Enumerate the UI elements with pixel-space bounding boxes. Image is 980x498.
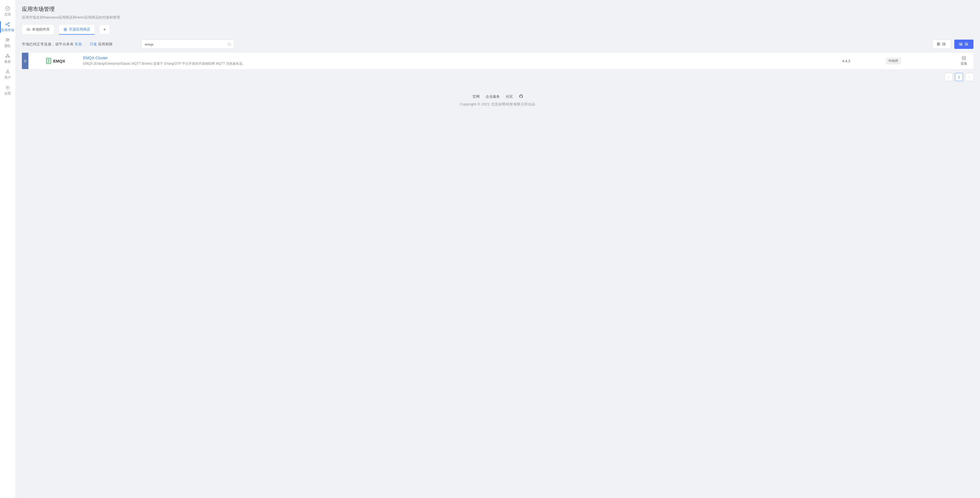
sidebar-item-cluster[interactable]: 集群 <box>0 51 15 67</box>
app-title-link[interactable]: EMQX-Cluster <box>83 56 842 60</box>
chevron-right-icon <box>968 76 971 78</box>
page-description: 应用市场支持Rainstore应用商店和Helm应用商店的对接和管理 <box>22 15 974 20</box>
delete-button[interactable]: 删 除 <box>932 40 951 49</box>
sidebar-item-label: 团队 <box>4 44 11 48</box>
tabs-row: 本地组件库 开源应用商店 + <box>15 24 980 35</box>
tab-local-components[interactable]: 本地组件库 <box>22 24 54 35</box>
tab-label: 本地组件库 <box>32 27 50 32</box>
cluster-icon <box>5 53 10 59</box>
emqx-icon <box>46 58 51 64</box>
team-icon <box>5 37 10 43</box>
footer-link-community[interactable]: 社区 <box>506 94 513 99</box>
github-icon <box>519 94 523 98</box>
page-title: 应用市场管理 <box>22 5 974 13</box>
svg-point-5 <box>6 38 8 40</box>
row-index: 0 <box>22 53 29 69</box>
svg-point-7 <box>7 54 8 55</box>
search-box <box>141 40 234 49</box>
pagination-next-button[interactable] <box>965 73 974 81</box>
tab-open-store[interactable]: 开源应用商店 <box>59 24 95 35</box>
app-logo-text: EMQX <box>53 59 65 63</box>
chevron-left-icon <box>947 76 950 78</box>
cloud-icon <box>27 28 30 32</box>
install-button[interactable]: 安装 <box>954 56 974 66</box>
svg-point-10 <box>7 70 9 72</box>
app-category-tag: 中间件 <box>886 58 901 64</box>
install-label: 安装 <box>961 62 967 66</box>
store-icon <box>64 28 67 32</box>
tab-add-button[interactable]: + <box>99 25 110 34</box>
user-icon <box>5 69 10 75</box>
list-item[interactable]: 0 EMQX EMQX-Cluster EMQX (Erlang/Enterpr… <box>22 53 974 69</box>
share-icon <box>5 22 10 27</box>
footer-link-enterprise[interactable]: 企业服务 <box>486 94 500 99</box>
sidebar-item-overview[interactable]: 总览 <box>0 3 15 19</box>
sidebar-item-label: 集群 <box>4 60 11 64</box>
app-version: 4.4.3 <box>842 59 886 63</box>
sidebar-item-label: 总览 <box>4 12 11 17</box>
download-icon <box>961 56 966 60</box>
pagination-page-1[interactable]: 1 <box>955 73 963 81</box>
footer-link-official[interactable]: 官网 <box>473 94 480 99</box>
market-status-text: 市场已经正常连接，该平台具有 安装 ｜ 只读 应用权限 <box>22 42 113 47</box>
sidebar: 总览 应用市场 团队 集群 用户 <box>0 0 15 498</box>
svg-point-6 <box>8 39 9 40</box>
dashboard-icon <box>5 6 10 11</box>
control-row: 市场已经正常连接，该平台具有 安装 ｜ 只读 应用权限 删 除 编 辑 <box>15 35 980 53</box>
tab-label: 开源应用商店 <box>69 27 90 32</box>
main-content: 应用市场管理 应用市场支持Rainstore应用商店和Helm应用商店的对接和管… <box>15 0 980 498</box>
copyright-text: Copyright © 2021 北京好雨科技有限公司出品 <box>15 102 980 107</box>
sidebar-item-label: 用户 <box>4 75 11 80</box>
search-icon[interactable] <box>228 42 231 46</box>
page-footer: 官网 企业服务 社区 Copyright © 2021 北京好雨科技有限公司出品 <box>15 85 980 116</box>
app-list: 0 EMQX EMQX-Cluster EMQX (Erlang/Enterpr… <box>15 53 980 69</box>
sidebar-item-market[interactable]: 应用市场 <box>0 19 15 35</box>
footer-link-github[interactable] <box>519 94 523 99</box>
permission-readonly-link[interactable]: 只读 <box>90 42 97 46</box>
app-logo: EMQX <box>29 58 83 64</box>
permission-install-link[interactable]: 安装 <box>75 42 82 46</box>
search-input[interactable] <box>141 40 234 49</box>
svg-point-13 <box>228 43 231 45</box>
edit-button[interactable]: 编 辑 <box>954 40 974 49</box>
sidebar-item-user[interactable]: 用户 <box>0 67 15 82</box>
plus-icon: + <box>103 27 106 32</box>
page-header: 应用市场管理 应用市场支持Rainstore应用商店和Helm应用商店的对接和管… <box>15 0 980 24</box>
gear-icon <box>5 85 10 90</box>
svg-point-11 <box>7 87 8 89</box>
sidebar-item-settings[interactable]: 设置 <box>0 82 15 98</box>
pagination: 1 <box>15 69 980 85</box>
pagination-prev-button[interactable] <box>945 73 953 81</box>
svg-point-1 <box>7 8 8 9</box>
sidebar-item-label: 应用市场 <box>1 28 14 32</box>
sidebar-item-label: 设置 <box>4 91 11 96</box>
app-description: EMQX (Erlang/Enterprise/Elastic MQTT Bro… <box>83 62 842 66</box>
sidebar-item-team[interactable]: 团队 <box>0 35 15 51</box>
